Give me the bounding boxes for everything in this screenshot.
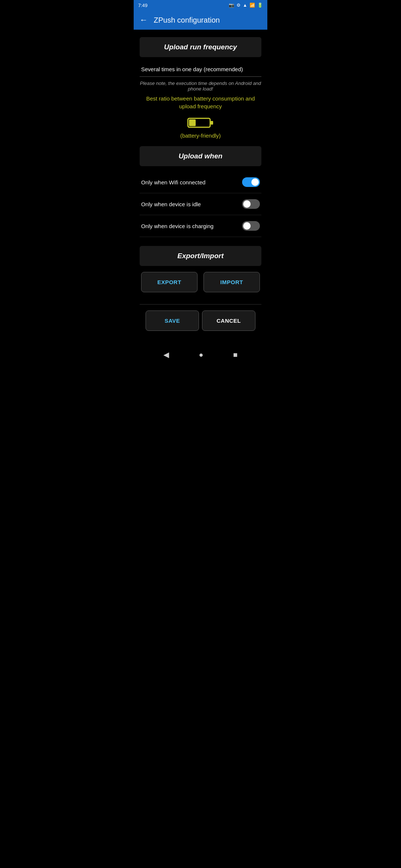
nav-back-button[interactable]: ◀: [163, 350, 169, 359]
toggle-idle-knob: [243, 200, 251, 208]
bottom-bar: SAVE CANCEL: [140, 310, 261, 335]
export-import-title: Export/Import: [177, 252, 224, 260]
export-import-section: Export/Import EXPORT IMPORT: [140, 246, 261, 292]
toggle-idle-switch[interactable]: [242, 199, 260, 209]
back-button[interactable]: ←: [140, 15, 148, 25]
cancel-button[interactable]: CANCEL: [202, 310, 255, 331]
main-content: Upload run frequency Several times in on…: [134, 30, 267, 343]
toggle-charging: Only when device is charging: [140, 215, 261, 237]
toggle-charging-switch[interactable]: [242, 221, 260, 231]
app-bar: ← ZPush configuration: [134, 10, 267, 30]
nav-recent-button[interactable]: ■: [233, 351, 238, 359]
upload-frequency-header: Upload run frequency: [140, 37, 261, 57]
signal-icon: 📶: [250, 3, 255, 8]
divider: [140, 304, 261, 305]
toggle-idle-label: Only when device is idle: [141, 201, 201, 207]
export-import-header: Export/Import: [140, 246, 261, 266]
toggle-idle: Only when device is idle: [140, 193, 261, 215]
battery-icon-container: [140, 116, 261, 129]
upload-frequency-title: Upload run frequency: [164, 43, 237, 51]
frequency-value: Several times in one day (recommended): [141, 66, 243, 72]
upload-when-title: Upload when: [179, 152, 222, 160]
sim-icon: 📷: [229, 3, 234, 8]
export-button[interactable]: EXPORT: [141, 272, 198, 292]
battery-icon-status: 🔋: [257, 3, 263, 8]
nav-home-button[interactable]: ●: [199, 351, 203, 359]
battery-friendly-label: (battery-friendly): [140, 132, 261, 139]
app-bar-title: ZPush configuration: [154, 16, 220, 24]
toggle-wifi-label: Only when Wifi connected: [141, 179, 205, 185]
upload-when-section: Upload when Only when Wifi connected Onl…: [140, 146, 261, 237]
toggle-wifi-knob: [251, 178, 259, 186]
upload-when-header: Upload when: [140, 146, 261, 166]
svg-rect-1: [211, 121, 213, 125]
toggle-charging-knob: [243, 222, 251, 230]
toggle-wifi: Only when Wifi connected: [140, 171, 261, 193]
import-button[interactable]: IMPORT: [203, 272, 260, 292]
export-import-buttons: EXPORT IMPORT: [140, 272, 261, 292]
wifi-icon: ▲: [243, 3, 247, 8]
status-bar: 7:49 📷 ⚙ ▲ 📶 🔋: [134, 0, 267, 10]
save-button[interactable]: SAVE: [146, 310, 199, 331]
svg-rect-2: [189, 119, 196, 126]
frequency-dropdown[interactable]: Several times in one day (recommended): [140, 62, 261, 77]
execution-note: Please note, the execution time depends …: [140, 80, 261, 92]
settings-icon: ⚙: [237, 3, 241, 8]
battery-svg-icon: [187, 116, 214, 129]
system-nav-bar: ◀ ● ■: [134, 346, 267, 364]
status-time: 7:49: [138, 3, 147, 8]
status-icons: 📷 ⚙ ▲ 📶 🔋: [229, 3, 263, 8]
toggle-charging-label: Only when device is charging: [141, 223, 213, 229]
battery-ratio-text: Best ratio between battery consumption a…: [140, 95, 261, 110]
toggle-wifi-switch[interactable]: [242, 177, 260, 187]
